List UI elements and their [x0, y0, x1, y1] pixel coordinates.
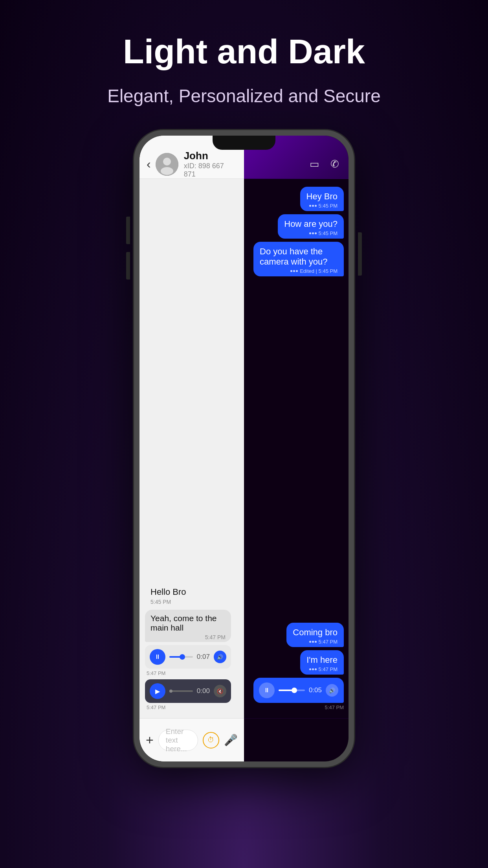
- text-input-left[interactable]: Enter text here...: [158, 730, 198, 751]
- voice-time-sent: 5:47 PM: [249, 704, 344, 710]
- voice-thumb: [180, 654, 185, 660]
- voice-msg-stopped-left[interactable]: ▶ 0:00 🔇: [145, 679, 231, 703]
- contact-name: John: [184, 150, 237, 162]
- msg-time: 5:47 PM: [306, 666, 338, 672]
- voice-duration-stopped: 0:00: [197, 687, 210, 695]
- volume-button-sent[interactable]: 🔊: [326, 684, 338, 697]
- msg-time: 5:47 PM: [293, 639, 338, 645]
- plus-button[interactable]: +: [146, 732, 154, 748]
- msg-time: 5:45 PM: [306, 203, 338, 209]
- voice-time-left: 5:47 PM: [147, 670, 165, 676]
- voice-msg-sent-playing[interactable]: ⏸ 0:05 🔊: [253, 678, 344, 703]
- msg-text: Hey Bro: [306, 191, 338, 202]
- voice-time-stopped: 5:47 PM: [147, 704, 165, 710]
- pause-button-sent[interactable]: ⏸: [259, 682, 275, 698]
- voice-thumb-stopped: [169, 690, 172, 693]
- msg-sent-coming: Coming bro 5:47 PM: [286, 623, 344, 647]
- voice-progress-bar-stopped: [169, 690, 193, 692]
- voice-msg-playing-left[interactable]: ⏸ 0:07 🔊: [145, 645, 231, 669]
- messages-left: Hello Bro 5:45 PM Yeah, come to the main…: [139, 179, 244, 718]
- msg-text: Hello Bro: [150, 587, 186, 597]
- msg-text: Yeah, come to the main hall: [150, 614, 226, 633]
- timer-icon[interactable]: ⏱: [203, 732, 219, 748]
- msg-sent-here: I'm here 5:47 PM: [300, 650, 344, 675]
- play-button[interactable]: ▶: [150, 683, 165, 699]
- msg-sent-hey: Hey Bro 5:45 PM: [300, 187, 344, 211]
- msg-text: I'm here: [306, 655, 338, 665]
- phone-screen: ‹ John xID: 898 667 871: [139, 136, 349, 761]
- messages-right: Hey Bro 5:45 PM How are you? 5:45 PM: [244, 179, 349, 718]
- voice-progress-bar-sent: [279, 690, 305, 691]
- msg-time: 5:45 PM: [284, 230, 338, 236]
- phone-notch: [213, 136, 275, 150]
- msg-recv-hello: Hello Bro 5:45 PM: [145, 583, 191, 607]
- mic-button[interactable]: 🎤: [224, 734, 238, 747]
- msg-text: Coming bro: [293, 627, 338, 638]
- svg-point-1: [163, 158, 171, 166]
- voice-duration-sent: 0:05: [309, 686, 322, 694]
- voice-thumb-sent: [292, 688, 297, 693]
- msg-time: 5:45 PM: [150, 599, 186, 605]
- msg-sent-camera: Do you have the camera with you? Edited …: [253, 242, 344, 276]
- back-button[interactable]: ‹: [147, 157, 151, 171]
- msg-text: Do you have the camera with you?: [260, 246, 338, 267]
- phone-button[interactable]: ✆: [330, 158, 339, 170]
- volume-down-button: [126, 252, 130, 280]
- contact-avatar: [156, 153, 178, 176]
- voice-duration: 0:07: [197, 653, 210, 661]
- contact-info: John xID: 898 667 871: [184, 150, 237, 178]
- phone-frame: ‹ John xID: 898 667 871: [134, 130, 354, 767]
- msg-time: 5:47 PM: [150, 634, 226, 640]
- voice-progress-bar: [169, 656, 193, 658]
- msg-recv-yeah: Yeah, come to the main hall 5:47 PM: [145, 610, 231, 642]
- svg-point-2: [161, 167, 173, 175]
- volume-up-button: [126, 217, 130, 244]
- msg-time: Edited | 5:45 PM: [260, 268, 338, 274]
- pause-button[interactable]: ⏸: [150, 649, 165, 665]
- input-bar-left: + Enter text here... ⏱ 🎤: [139, 718, 244, 761]
- phone-mockup: ‹ John xID: 898 667 871: [134, 130, 354, 767]
- msg-text: How are you?: [284, 219, 338, 229]
- dark-theme-half: ▭ ✆ Hey Bro 5:45 PM How ar: [244, 136, 349, 761]
- light-theme-half: ‹ John xID: 898 667 871: [139, 136, 244, 761]
- contact-xid: xID: 898 667 871: [184, 162, 237, 178]
- input-bar-right: [244, 718, 349, 761]
- volume-button-muted[interactable]: 🔇: [214, 685, 226, 697]
- power-button: [358, 232, 362, 276]
- page-subtitle: Elegant, Personalized and Secure: [107, 85, 381, 107]
- volume-button[interactable]: 🔊: [214, 651, 226, 663]
- video-call-button[interactable]: ▭: [310, 158, 319, 170]
- msg-sent-howareyou: How are you? 5:45 PM: [278, 214, 344, 239]
- page-title: Light and Dark: [67, 31, 421, 71]
